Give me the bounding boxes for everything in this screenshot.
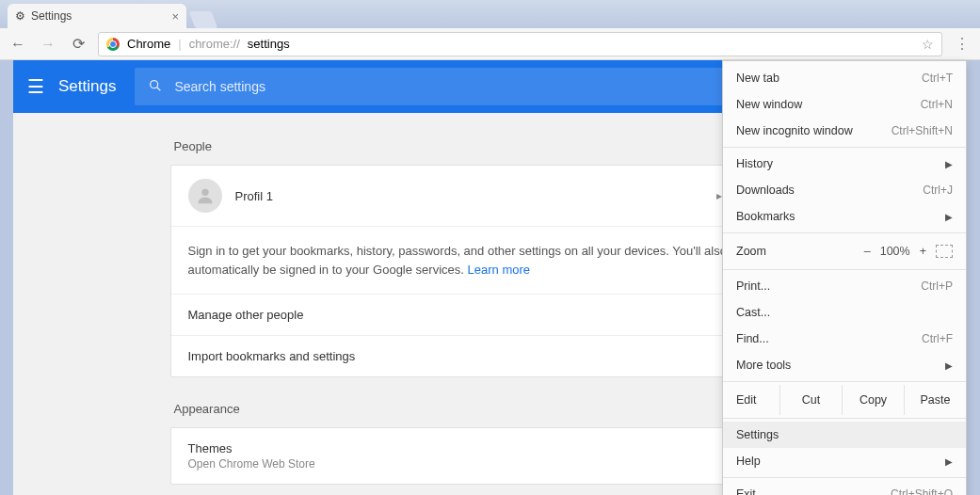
chrome-icon [106,38,120,51]
fullscreen-icon[interactable] [936,245,953,258]
sign-in-description: Sign in to get your bookmarks, history, … [171,227,810,295]
svg-point-0 [151,80,158,88]
bookmark-star-icon[interactable]: ☆ [922,37,934,52]
avatar-icon [188,179,222,213]
tab-strip: ⚙ Settings × [0,0,980,28]
back-button[interactable]: ← [8,34,28,55]
hamburger-icon[interactable]: ☰ [13,75,58,98]
menu-bookmarks[interactable]: Bookmarks▶ [723,203,966,230]
omnibox-protocol: Chrome [127,37,170,51]
import-bookmarks-row[interactable]: Import bookmarks and settings [171,336,810,376]
chrome-menu: New tabCtrl+T New windowCtrl+N New incog… [722,60,967,495]
chevron-right-icon: ▶ [945,159,953,169]
chevron-right-icon: ▶ [945,456,953,467]
menu-incognito[interactable]: New incognito windowCtrl+Shift+N [723,118,966,144]
menu-more-tools[interactable]: More tools▶ [723,352,966,378]
section-appearance-title: Appearance [174,402,811,416]
people-card: Profil 1 ▸ SIGN IN Sign in to get your b… [170,165,811,377]
themes-sub: Open Chrome Web Store [188,457,782,471]
menu-settings[interactable]: Settings [723,422,966,448]
menu-print[interactable]: Print...Ctrl+P [723,273,966,299]
menu-new-window[interactable]: New windowCtrl+N [723,91,966,118]
themes-label: Themes [188,441,782,455]
zoom-out-button[interactable]: – [864,245,871,258]
browser-toolbar: ← → ⟳ Chrome | chrome://settings ☆ ⋮ [0,28,980,60]
settings-search-input[interactable] [174,79,762,94]
learn-more-link[interactable]: Learn more [468,263,530,277]
manage-people-row[interactable]: Manage other people [171,295,810,336]
menu-help[interactable]: Help▶ [723,448,966,474]
browser-tab[interactable]: ⚙ Settings × [8,4,186,28]
appearance-card: Themes Open Chrome Web Store ⧉ [170,427,811,485]
zoom-in-button[interactable]: + [920,245,926,258]
chevron-right-icon: ▶ [945,360,953,371]
address-bar[interactable]: Chrome | chrome://settings ☆ [98,32,942,56]
menu-history[interactable]: History▶ [723,151,966,177]
menu-copy[interactable]: Copy [842,385,904,415]
menu-find[interactable]: Find...Ctrl+F [723,326,966,352]
settings-search[interactable] [135,68,775,105]
svg-line-1 [157,87,161,90]
menu-zoom: Zoom – 100% + [723,236,966,266]
tab-title: Settings [31,9,72,23]
profile-row[interactable]: Profil 1 ▸ SIGN IN [171,166,810,227]
close-icon[interactable]: × [171,9,179,24]
chrome-menu-button[interactable]: ⋮ [952,34,972,55]
themes-row[interactable]: Themes Open Chrome Web Store ⧉ [171,428,810,484]
gear-icon: ⚙ [15,9,25,23]
forward-button[interactable]: → [38,34,58,55]
settings-content: People Profil 1 ▸ SIGN IN Sign in to get… [170,113,811,485]
menu-cut[interactable]: Cut [779,385,842,415]
page-title: Settings [58,77,116,96]
new-tab-button[interactable] [189,11,218,28]
omnibox-url-path: settings [248,37,290,51]
section-people-title: People [174,139,811,153]
profile-name: Profil 1 [235,189,717,203]
menu-new-tab[interactable]: New tabCtrl+T [723,65,966,91]
zoom-value: 100% [880,245,910,258]
chevron-right-icon: ▶ [945,212,953,222]
menu-cast[interactable]: Cast... [723,299,966,326]
menu-exit[interactable]: ExitCtrl+Shift+Q [723,481,966,495]
search-icon [148,78,163,96]
svg-point-2 [201,189,208,196]
menu-downloads[interactable]: DownloadsCtrl+J [723,177,966,203]
reload-button[interactable]: ⟳ [68,34,88,55]
omnibox-url-prefix: chrome:// [189,37,240,51]
menu-edit-row: Edit Cut Copy Paste [723,385,966,415]
menu-paste[interactable]: Paste [904,385,966,415]
